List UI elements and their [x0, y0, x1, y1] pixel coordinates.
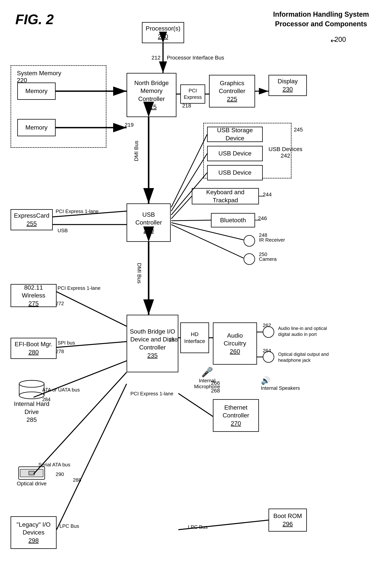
ref-262: 262	[263, 322, 271, 328]
svg-line-27	[171, 225, 244, 258]
diagram-title-line1: Information Handling System	[273, 10, 369, 19]
svg-text:Processor Interface Bus: Processor Interface Bus	[167, 55, 224, 61]
svg-text:USB: USB	[57, 228, 68, 233]
expresscard-box: ExpressCard 255	[11, 209, 53, 230]
svg-line-28	[53, 211, 126, 217]
audio-circuitry-box: Audio Circuitry 260	[213, 322, 257, 365]
system-memory-label: System Memory 220	[17, 70, 61, 84]
ref-245: 245	[294, 127, 303, 133]
keyboard-box: Keyboard and Trackpad	[192, 188, 259, 204]
svg-text:DMI Bus: DMI Bus	[133, 141, 139, 161]
processor-ref: 210	[158, 33, 168, 41]
processor-box: Processor(s) 210	[142, 22, 184, 43]
internal-speakers: 🔊 Internal Speakers	[261, 376, 311, 391]
ref-244: 244	[263, 191, 272, 198]
svg-text:LPC Bus: LPC Bus	[188, 524, 208, 530]
svg-text:272: 272	[56, 301, 64, 306]
pci-express-box: PCIExpress	[180, 85, 205, 104]
optical-drive-label: Optical drive	[11, 480, 53, 487]
memory1-box: Memory	[17, 83, 56, 100]
memory2-box: Memory	[17, 119, 56, 136]
svg-text:212: 212	[152, 55, 161, 61]
usb-controller-box: USB Controller 240	[126, 203, 171, 242]
svg-line-54	[178, 520, 268, 530]
ref-246: 246	[258, 215, 267, 221]
svg-line-35	[56, 342, 126, 347]
usb-devices-label: USB Devices 242	[268, 146, 302, 159]
svg-text:219: 219	[125, 122, 134, 128]
ethernet-controller-box: Ethernet Controller 270	[213, 399, 259, 432]
ref-264: 264	[263, 348, 271, 354]
fig-title: FIG. 2	[15, 12, 54, 27]
hd-interface-box: HDInterface	[180, 322, 209, 353]
svg-line-24	[171, 220, 211, 221]
camera-icon	[244, 253, 255, 265]
ir-receiver-icon	[244, 235, 255, 246]
svg-point-2	[19, 392, 44, 399]
boot-rom-box: Boot ROM 296	[268, 508, 307, 532]
ref-266: 266	[211, 380, 220, 386]
svg-point-3	[19, 380, 44, 387]
svg-line-32	[56, 292, 126, 326]
dmi-bus-vertical-label: DMI Bus	[136, 263, 142, 283]
wireless-box: 802.11 Wireless 275	[11, 284, 56, 307]
svg-text:290: 290	[56, 471, 64, 477]
diagram-container: FIG. 2 Information Handling System Proce…	[0, 0, 392, 565]
svg-text:PCI Express 1-lane: PCI Express 1-lane	[130, 391, 173, 396]
diagram-title-line2: Processor and Components	[273, 19, 369, 29]
svg-line-52	[178, 393, 213, 417]
ref-250: 250	[259, 251, 267, 257]
svg-text:278: 278	[56, 348, 64, 354]
usb-device2-box: USB Device	[207, 165, 263, 180]
graphics-controller-box: Graphics Controller 225	[209, 75, 255, 107]
usb-storage-box: USB Storage Device	[207, 127, 263, 142]
display-box: Display 230	[268, 75, 307, 96]
svg-rect-6	[29, 471, 35, 475]
svg-text:PCI Express 1-lane: PCI Express 1-lane	[57, 285, 100, 291]
optical-digital-out-label: Optical digital output and headphone jac…	[278, 351, 332, 363]
usb-device1-box: USB Device	[207, 146, 263, 161]
diagram-title: Information Handling System Processor an…	[273, 10, 369, 29]
svg-text:LPC Bus: LPC Bus	[59, 523, 79, 529]
pci-express-1lane-label-1: PCI Express 1-lane	[56, 208, 98, 214]
audio-line-in-label: Audio line-in and optical digital audio …	[278, 325, 332, 337]
efi-boot-box: EFI-Boot Mgr. 280	[11, 338, 56, 359]
svg-line-45	[56, 384, 126, 530]
svg-text:SPI bus: SPI bus	[57, 340, 75, 346]
hd-interface-label: HDInterface	[184, 331, 205, 345]
ref-268: 268	[211, 388, 220, 394]
processor-label: Processor(s)	[146, 25, 180, 33]
south-bridge-box: South Bridge I/O Device and Disk Control…	[126, 315, 178, 372]
legacy-io-box: "Legacy" I/O Devices 298	[11, 516, 56, 549]
internal-microphone: 🎤 Internal Microphone	[188, 367, 226, 390]
north-bridge-box: North Bridge Memory Controller 215	[126, 73, 176, 117]
optical-drive: Optical drive	[11, 466, 53, 487]
svg-text:288: 288	[73, 477, 81, 483]
internal-hd-label: Internal Hard Drive 285	[11, 400, 53, 424]
ref-248: 248	[259, 232, 267, 238]
pci-express-label: PCIExpress	[184, 87, 202, 101]
svg-line-22	[171, 196, 192, 219]
bluetooth-box: Bluetooth	[211, 213, 255, 227]
internal-hard-drive: Internal Hard Drive 285	[11, 380, 53, 424]
